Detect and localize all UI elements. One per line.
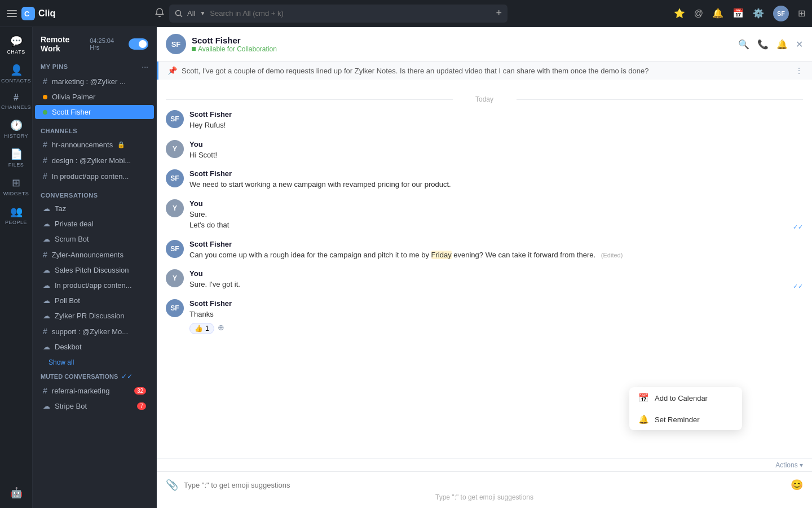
app-logo: C Cliq — [21, 7, 55, 20]
hash-icon: # — [43, 172, 47, 181]
cloud-icon: ☁ — [43, 296, 50, 305]
conv-zylkerpr[interactable]: ☁ Zylker PR Discussion — [35, 309, 154, 323]
cloud-icon: ☁ — [43, 235, 50, 243]
search-input[interactable] — [210, 9, 489, 17]
conv-inproduct[interactable]: ☁ In product/app conten... — [35, 278, 154, 292]
channel-design[interactable]: # design : @Zylker Mobi... — [35, 153, 154, 168]
search-scope-arrow[interactable]: ▼ — [200, 10, 205, 16]
hash-icon: # — [43, 156, 47, 165]
people-icon: 👥 — [10, 205, 23, 218]
bot-icon: 🤖 — [10, 487, 23, 498]
calendar-icon[interactable]: 📅 — [732, 8, 744, 19]
msg-sender: You — [189, 199, 787, 208]
conv-private[interactable]: ☁ Private deal — [35, 217, 154, 231]
set-reminder-button[interactable]: 🔔 Set Reminder — [629, 409, 742, 430]
msg-avatar: SF — [166, 240, 184, 258]
msg-content: You Sure.Let's do that — [189, 199, 787, 231]
pin-olivia-label: Olivia Palmer — [52, 93, 95, 101]
message-row: Y You Sure.Let's do that ✓✓ — [166, 199, 803, 231]
star-icon[interactable]: ⭐ — [674, 8, 685, 19]
conv-deskbot[interactable]: ☁ Deskbot — [35, 340, 154, 354]
user-avatar[interactable]: SF — [773, 6, 789, 21]
pinned-more-button[interactable]: ⋮ — [795, 66, 803, 75]
sidebar-item-chats[interactable]: 💬 CHATS — [0, 32, 32, 58]
pin-scott-label: Scott Fisher — [52, 108, 91, 116]
mention-icon[interactable]: @ — [694, 8, 703, 19]
topbar-left: C Cliq — [7, 7, 165, 20]
online-dot — [192, 47, 196, 51]
sidebar-item-channels[interactable]: # CHANNELS — [0, 89, 32, 113]
topbar-icons: ⭐ @ 🔔 📅 ⚙️ SF ⊞ — [674, 6, 805, 21]
settings-icon[interactable]: ⚙️ — [753, 8, 764, 19]
notification-icon[interactable] — [155, 7, 165, 20]
notification-bell-icon[interactable]: 🔔 — [712, 8, 723, 19]
my-pins-more[interactable]: ··· — [142, 62, 148, 71]
msg-avatar: SF — [166, 110, 184, 128]
reaction-thumbs-up[interactable]: 👍 1 — [189, 323, 214, 334]
left-sidebar: Remote Work 04:25:04 Hrs My Pins ··· # m… — [33, 27, 157, 508]
channel-hr[interactable]: # hr-announcements 🔒 — [35, 137, 154, 152]
channels-title: Channels — [41, 128, 77, 134]
msg-text: We need to start working a new campaign … — [189, 179, 803, 190]
pin-olivia[interactable]: Olivia Palmer — [35, 90, 154, 104]
channel-product[interactable]: # In product/app conten... — [35, 169, 154, 183]
emoji-button[interactable]: 😊 — [791, 479, 803, 491]
search-chat-icon[interactable]: 🔍 — [738, 39, 749, 50]
conv-taz[interactable]: ☁ Taz — [35, 202, 154, 216]
muted-stripe[interactable]: ☁ Stripe Bot 7 — [35, 399, 154, 413]
pin-marketing[interactable]: # marketing : @Zylker ... — [35, 74, 154, 89]
msg-text: Thanks — [189, 309, 803, 320]
msg-text-after: evening? We can take it forward from the… — [452, 251, 596, 259]
muted-referral[interactable]: # referral-marketing 32 — [35, 383, 154, 398]
msg-avatar-you: Y — [166, 269, 184, 287]
msg-content: Scott Fisher Thanks 👍 1 ⊕ — [189, 299, 803, 335]
message-input[interactable] — [184, 481, 785, 489]
lock-icon: 🔒 — [117, 141, 125, 148]
sidebar-item-contacts[interactable]: 👤 CONTACTS — [0, 60, 32, 87]
cloud-icon: ☁ — [43, 402, 50, 410]
chat-header: SF Scott Fisher Available for Collaborat… — [157, 27, 812, 62]
message-row: Y You Sure. I've got it. ✓✓ — [166, 269, 803, 290]
conv-poll[interactable]: ☁ Poll Bot — [35, 294, 154, 308]
sidebar-item-history[interactable]: 🕐 HISTORY — [0, 116, 32, 142]
conv-support[interactable]: # support : @Zylker Mo... — [35, 324, 154, 339]
channel-product-label: In product/app conten... — [52, 172, 129, 181]
reactions: 👍 1 ⊕ — [189, 323, 803, 334]
bot-icon-wrapper[interactable]: 🤖 — [10, 487, 23, 503]
actions-button[interactable]: Actions ▾ — [775, 461, 803, 469]
sidebar-item-people[interactable]: 👥 PEOPLE — [0, 202, 32, 229]
msg-content: You Hi Scott! — [189, 140, 803, 161]
workspace-toggle[interactable] — [129, 38, 148, 50]
reaction-count: 1 — [205, 325, 209, 332]
search-bar[interactable]: All ▼ + — [169, 5, 508, 23]
pinned-message-text: Scott, I've got a couple of demo request… — [182, 67, 795, 75]
muted-title: Muted Conversations — [41, 373, 118, 380]
message-row: SF Scott Fisher We need to start working… — [166, 169, 803, 190]
hamburger-menu[interactable] — [7, 8, 17, 19]
cloud-icon: ☁ — [43, 220, 50, 228]
msg-text-before: Can you come up with a rough idea for th… — [189, 251, 431, 259]
show-all-button[interactable]: Show all — [41, 356, 82, 369]
grid-icon[interactable]: ⊞ — [798, 8, 805, 19]
svg-rect-1 — [7, 13, 17, 14]
messages-area: Today SF Scott Fisher Hey Rufus! Y You H… — [157, 80, 812, 458]
bell-icon[interactable]: 🔔 — [776, 39, 788, 50]
pin-scott[interactable]: Scott Fisher — [35, 105, 154, 119]
conv-zyler[interactable]: # Zyler-Announcements — [35, 247, 154, 262]
sidebar-item-files[interactable]: 📄 FILES — [0, 144, 32, 171]
workspace-timer: 04:25:04 Hrs — [90, 37, 124, 51]
search-add-button[interactable]: + — [496, 7, 502, 19]
conv-sales[interactable]: ☁ Sales Pitch Discussion — [35, 263, 154, 277]
add-to-calendar-button[interactable]: 📅 Add to Calendar — [629, 387, 742, 409]
conv-zyler-label: Zyler-Announcements — [52, 251, 123, 259]
msg-sender: Scott Fisher — [189, 110, 803, 119]
msg-sender: Scott Fisher — [189, 240, 803, 248]
context-menu: 📅 Add to Calendar 🔔 Set Reminder — [629, 387, 742, 430]
conv-scrum[interactable]: ☁ Scrum Bot — [35, 232, 154, 246]
call-icon[interactable]: 📞 — [757, 39, 769, 50]
attach-button[interactable]: 📎 — [166, 479, 178, 491]
add-reaction-button[interactable]: ⊕ — [218, 323, 224, 334]
conv-inproduct-label: In product/app conten... — [55, 281, 132, 290]
close-chat-icon[interactable]: ✕ — [796, 39, 803, 50]
sidebar-item-widgets[interactable]: ⊞ WIDGETS — [0, 173, 32, 200]
